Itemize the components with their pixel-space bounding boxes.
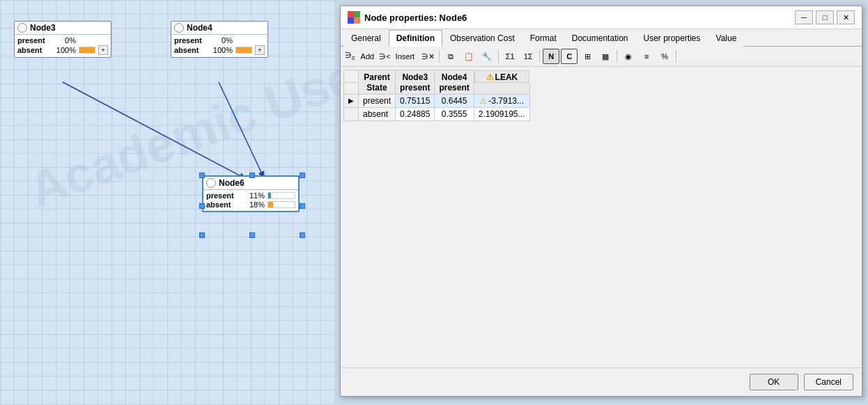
paste-button[interactable]: 📋 (460, 49, 477, 64)
th-empty1 (344, 70, 359, 83)
tab-definition[interactable]: Definition (389, 30, 442, 47)
node6-present-bar-fill (268, 193, 271, 198)
copy-button[interactable]: ⧉ (442, 49, 459, 64)
th-leak: ⚠ LEAK (474, 70, 529, 83)
node4-body: present 0% absent 100% + (171, 35, 268, 57)
row1-state: present (359, 94, 396, 107)
row1-node4-val[interactable]: 0.6445 (435, 94, 474, 107)
sigma1-icon: Σ1 (506, 52, 515, 61)
handle-bm[interactable] (249, 232, 255, 238)
cancel-button[interactable]: Cancel (804, 374, 853, 390)
node6-absent-label: absent (206, 200, 241, 209)
node4-absent-bar (235, 47, 252, 54)
insert-button[interactable]: Insert (392, 49, 419, 64)
node4-absent-label: absent (174, 46, 209, 54)
delete-icon: ∋✕ (421, 52, 435, 61)
node4-expand-btn[interactable]: + (255, 45, 265, 55)
handle-tr[interactable] (300, 173, 305, 178)
row1-leak-text: -3.7913... (488, 96, 524, 106)
row2-leak-val: 2.1909195... (474, 107, 529, 120)
insert-prefix-icon: ∋< (379, 52, 390, 61)
node3-expand-btn[interactable]: + (98, 45, 108, 55)
svg-rect-5 (348, 17, 354, 24)
node3: Node3 present 0% absent 100% + (14, 21, 111, 58)
row1-leak-val: ⚠-3.7913... (474, 94, 529, 107)
sep1 (439, 50, 440, 63)
watermark: Academic Use (22, 47, 364, 218)
table-body: ▶ present 0.75115 0.6445 ⚠-3.7913... abs… (344, 94, 530, 120)
sep3 (539, 50, 540, 63)
pct-button[interactable]: % (656, 49, 673, 64)
svg-rect-6 (354, 17, 360, 24)
table-row[interactable]: ▶ present 0.75115 0.6445 ⚠-3.7913... (344, 94, 530, 107)
table-header-bottom: State present present (344, 83, 530, 95)
table-row[interactable]: absent 0.24885 0.3555 2.1909195... (344, 107, 530, 120)
svg-line-2 (219, 82, 265, 180)
table-header-top: Parent Node3 Node4 ⚠ LEAK (344, 70, 530, 83)
node4-present-label: present (174, 36, 209, 45)
node4: Node4 present 0% absent 100% + (171, 21, 268, 58)
th-node4-sub: present (435, 83, 474, 95)
sigma2-icon: 1Σ (524, 52, 533, 61)
node6-present-bar (268, 192, 295, 199)
svg-rect-4 (354, 11, 360, 17)
sep4 (617, 50, 617, 63)
handle-mr[interactable] (300, 203, 305, 209)
chart-button[interactable]: ◉ (620, 49, 637, 64)
handle-tm[interactable] (249, 173, 255, 178)
row1-node3-val[interactable]: 0.75115 (396, 94, 435, 107)
tab-user-properties[interactable]: User properties (635, 30, 708, 47)
node3-absent-bar-fill (79, 47, 95, 53)
node6-absent-row: absent 18% (206, 200, 295, 209)
sigma1-button[interactable]: Σ1 (502, 49, 518, 64)
th-node4: Node4 (435, 70, 474, 83)
tab-format[interactable]: Format (522, 30, 564, 47)
node3-header: Node3 (15, 22, 111, 35)
th-state: State (359, 83, 396, 95)
maximize-button[interactable]: □ (816, 10, 834, 24)
handle-br[interactable] (300, 232, 305, 238)
handle-ml[interactable] (199, 203, 205, 209)
svg-line-1 (63, 82, 247, 180)
paste-icon: 📋 (464, 52, 474, 61)
bar-button[interactable]: ≡ (638, 49, 655, 64)
tab-value[interactable]: Value (708, 30, 745, 47)
node6-header: Node6 (203, 177, 298, 190)
handle-bl[interactable] (199, 232, 205, 238)
node6: Node6 present 11% absent 18% (202, 175, 300, 212)
function-button[interactable]: 🔧 (479, 49, 495, 64)
tab-observation-cost[interactable]: Observation Cost (442, 30, 522, 47)
close-button[interactable]: ✕ (837, 10, 855, 24)
node4-absent-bar-fill (236, 47, 251, 53)
n-button[interactable]: N (543, 49, 559, 64)
tab-documentation[interactable]: Documentation (564, 30, 636, 47)
node6-present-label: present (206, 191, 241, 200)
ok-button[interactable]: OK (750, 374, 798, 390)
row2-node4-val[interactable]: 0.3555 (435, 107, 474, 120)
minimize-button[interactable]: ─ (795, 10, 813, 24)
sigma2-button[interactable]: 1Σ (520, 49, 536, 64)
table-button[interactable]: ▦ (597, 49, 614, 64)
add-label: Add (361, 52, 375, 61)
node6-wrapper: Node6 present 11% absent 18% (202, 175, 300, 212)
copy-icon: ⧉ (448, 52, 454, 61)
node4-circle (174, 23, 184, 33)
node3-absent-bar (79, 47, 95, 54)
canvas: Academic Use Node3 present 0% absent 100… (0, 0, 334, 405)
add-button[interactable]: Add (357, 49, 378, 64)
delete-button[interactable]: ∋✕ (419, 49, 436, 64)
grid-button[interactable]: ⊞ (579, 49, 596, 64)
tab-general[interactable]: General (343, 30, 389, 47)
th-leak-sub (474, 83, 529, 95)
node4-present-pct: 0% (212, 36, 233, 45)
cpt-table: Parent Node3 Node4 ⚠ LEAK State present … (343, 70, 530, 121)
node3-absent-row: absent 100% + (17, 45, 108, 55)
node4-header: Node4 (171, 22, 268, 35)
row-indicator-2 (344, 107, 359, 120)
svg-rect-3 (348, 11, 354, 17)
c-button[interactable]: C (561, 49, 578, 64)
leak-warning-icon: ⚠ (486, 72, 494, 82)
dialog-content: Parent Node3 Node4 ⚠ LEAK State present … (341, 67, 862, 367)
row2-node3-val[interactable]: 0.24885 (396, 107, 435, 120)
handle-tl[interactable] (199, 173, 205, 178)
